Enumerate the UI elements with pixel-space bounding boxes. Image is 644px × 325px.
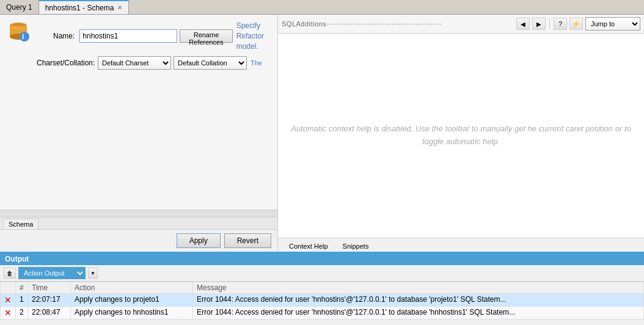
database-icon: i [6,20,31,44]
error-icon-cell: ✕ [1,294,16,307]
context-help-message: Automatic context help is disabled. Use … [290,123,632,148]
schema-tab-strip: Schema [0,217,277,229]
col-num: # [16,282,28,294]
context-help-tab[interactable]: Context Help [283,241,334,252]
row-num: 1 [16,294,28,307]
svg-text:i: i [22,32,24,41]
col-time: Time [28,282,71,294]
tab-schema[interactable]: hnhostins1 - Schema ✕ [39,0,130,14]
col-action: Action [71,282,193,294]
schema-tab[interactable]: Schema [3,219,38,229]
apply-button[interactable]: Apply [177,233,221,248]
output-header: Output [0,253,644,265]
name-row: Name: Rename References Specify Refactor… [37,21,271,51]
toolbar-divider [549,18,550,29]
output-toolbar: 🗑 Action Output ▼ [0,265,644,282]
left-spacer [0,81,277,210]
left-scrollbar[interactable] [0,210,277,217]
tab-schema-close-icon[interactable]: ✕ [117,4,122,11]
charset-row: Charset/Collation: Default Charset Defau… [37,56,271,70]
name-label: Name: [37,32,79,40]
tab-schema-label: hnhostins1 - Schema [45,4,114,12]
db-icon-area: i [6,20,31,46]
charset-select[interactable]: Default Charset [98,56,171,70]
forward-button[interactable]: ▶ [532,18,546,30]
row-num: 2 [16,307,28,320]
clear-output-button[interactable]: 🗑 [4,268,16,279]
auto-help-icon[interactable]: ⚡ [569,18,583,30]
collation-select[interactable]: Default Collation [174,56,247,70]
error-icon: ✕ [4,308,12,318]
context-help-icon[interactable]: ? [554,18,567,30]
sql-content-area: Automatic context help is disabled. Use … [278,34,644,238]
output-title: Output [5,255,29,263]
output-scroll[interactable]: # Time Action Message ✕ 1 22:07:17 Apply… [0,282,644,325]
svg-point-4 [20,32,29,42]
row-time: 22:08:47 [28,307,71,320]
rename-references-button[interactable]: Rename References [180,29,232,43]
dropdown-arrow[interactable]: ▼ [88,268,98,279]
row-message: Error 1044: Access denied for user 'hnho… [193,307,644,320]
right-panel: SQLAdditions····························… [278,15,644,252]
left-panel: i Name: Rename References Specify Refact… [0,15,278,252]
row-time: 22:07:17 [28,294,71,307]
tab-bar: Query 1 hnhostins1 - Schema ✕ [0,0,644,15]
tab-query1[interactable]: Query 1 [0,0,39,14]
revert-button[interactable]: Revert [224,233,271,248]
sql-additions-header: SQLAdditions····························… [278,15,644,34]
output-panel: Output 🗑 Action Output ▼ # Time Action M… [0,252,644,325]
row-action: Apply changes to projeto1 [71,294,193,307]
right-links: Specify Refactor model. [236,21,271,51]
output-table: # Time Action Message ✕ 1 22:07:17 Apply… [0,282,644,320]
col-indicator [1,282,16,294]
name-input[interactable] [79,29,177,43]
action-output-select[interactable]: Action Output [18,267,86,279]
jump-to-select[interactable]: Jump to [585,17,640,31]
main-content: i Name: Rename References Specify Refact… [0,15,644,252]
the-link[interactable]: The [251,59,262,67]
action-buttons: Apply Revert [0,229,277,252]
table-row[interactable]: ✕ 2 22:08:47 Apply changes to hnhostins1… [1,307,644,320]
table-row[interactable]: ✕ 1 22:07:17 Apply changes to projeto1 E… [1,294,644,307]
error-icon: ✕ [4,295,12,305]
schema-form: Name: Rename References Specify Refactor… [0,15,277,81]
back-button[interactable]: ◀ [516,18,530,30]
sql-additions-label: SQLAdditions····························… [282,20,514,27]
col-message: Message [193,282,644,294]
sql-bottom-tabs: Context Help Snippets [278,238,644,252]
specify-link[interactable]: Specify [236,21,271,31]
charset-label: Charset/Collation: [37,59,98,67]
row-message: Error 1044: Access denied for user 'hnho… [193,294,644,307]
row-action: Apply changes to hnhostins1 [71,307,193,320]
snippets-tab[interactable]: Snippets [337,241,375,252]
error-icon-cell: ✕ [1,307,16,320]
tab-query1-label: Query 1 [6,3,32,12]
refactor-link[interactable]: Refactor model. [236,31,271,52]
